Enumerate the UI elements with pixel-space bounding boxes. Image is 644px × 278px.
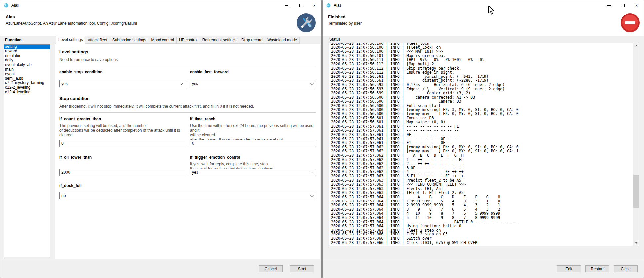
tab[interactable]: HP control — [176, 37, 200, 44]
log-line: 2020-05-28 12:07:57.062 | INFO | A B C D… — [331, 153, 633, 158]
minimize-button[interactable] — [280, 0, 294, 10]
titlebar: Alas × — [323, 0, 644, 10]
restart-button[interactable]: Restart — [585, 265, 609, 272]
scroll-down-button[interactable] — [633, 240, 639, 246]
titlebar: Alas × — [0, 0, 321, 10]
section-subtitle: Need to run once to save options — [59, 57, 316, 62]
function-list-item[interactable]: daily — [4, 58, 50, 63]
chevron-down-icon — [310, 194, 314, 197]
edit-button[interactable]: Edit — [557, 265, 581, 272]
field-label: if_time_reach — [190, 117, 316, 121]
chevron-down-icon — [310, 82, 314, 85]
close-icon: × — [635, 3, 638, 8]
arrow-up-icon — [635, 45, 638, 46]
count-time-row: if_count_greater_than The previous setti… — [59, 117, 316, 147]
level-settings-panel: Level settings Need to run once to save … — [55, 44, 320, 259]
settings-main: Level settingsAttack fleetSubmarine sett… — [55, 36, 320, 259]
function-label: Function — [5, 38, 50, 42]
tab[interactable]: Drop record — [239, 37, 265, 44]
function-list-item[interactable]: c12-2_leveling — [4, 85, 50, 90]
if-trigger-emotion-control-select[interactable]: yes — [190, 169, 316, 176]
close-button[interactable]: × — [307, 0, 321, 10]
if-count-greater-than-input[interactable] — [59, 140, 185, 147]
section-title: Level settings — [59, 49, 316, 54]
log-line: 2020-05-28 12:07:57.061 | INFO | 0E -- -… — [331, 133, 633, 137]
if-oil-lower-than-field: if_oil_lower_than — [59, 155, 185, 176]
oil-emotion-row: if_oil_lower_than if_trigger_emotion_con… — [59, 155, 316, 176]
minimize-icon — [607, 5, 611, 6]
log-line: 2020-05-28 12:07:56.112 | INFO | Ensure … — [331, 70, 633, 75]
config-footer: Cancel Start — [0, 259, 321, 278]
if-oil-lower-than-input[interactable] — [59, 169, 185, 176]
close-button[interactable]: × — [630, 0, 644, 10]
window-controls: × — [280, 0, 321, 10]
start-button[interactable]: Start — [290, 265, 314, 272]
function-list-item[interactable]: emulator — [4, 54, 50, 58]
page-subtitle: AzurLaneAutoScript, An Azur Lane automat… — [6, 21, 137, 26]
function-list-item[interactable]: setting — [4, 45, 50, 49]
status-label: Status — [329, 37, 340, 42]
log-box: 2020-05-28 12:07:56.100 | INFO | fleet_l… — [329, 43, 639, 246]
alas-logo-icon — [326, 3, 331, 8]
tab[interactable]: Level settings — [56, 36, 85, 44]
tab[interactable]: Submarine settings — [110, 37, 149, 44]
divider — [59, 112, 316, 113]
function-list-item[interactable]: event — [4, 72, 50, 77]
function-list-item[interactable]: reward — [4, 49, 50, 54]
field-label: enable_stop_condition — [59, 70, 185, 74]
maximize-button[interactable] — [294, 0, 307, 10]
scrollbar-thumb[interactable] — [633, 175, 639, 208]
log-line: 2020-05-28 12:07:57.066 | INFO | Click (… — [331, 241, 633, 245]
minimize-icon — [285, 5, 288, 6]
log-line: 2020-05-28 12:07:57.066 | INFO | Switch … — [331, 236, 633, 241]
function-list-item[interactable]: c7-2_mystery_farming — [4, 81, 50, 85]
function-list-item[interactable]: main — [4, 67, 50, 72]
field-label: if_dock_full — [59, 183, 316, 188]
tab[interactable]: Retirement settings — [200, 37, 239, 44]
alas-status-window: Alas × Finished Terminated by user Statu… — [322, 0, 644, 278]
field-label: enable_fast_forward — [190, 70, 316, 74]
log-line: 2020-05-28 12:07:57.064 | INFO | 2 9999 … — [331, 203, 633, 207]
log-line: 2020-05-28 12:07:56.600 | INFO | [enemy_… — [331, 112, 633, 116]
function-list-item[interactable]: c12-4_leveling — [4, 90, 50, 95]
close-window-button[interactable]: Close — [614, 265, 638, 272]
tab[interactable]: Wasteland mode — [265, 37, 300, 44]
window-title: Alas — [334, 3, 341, 8]
status-footer: Edit Restart Close — [323, 259, 644, 278]
config-header: Alas AzurLaneAutoScript, An Azur Lane au… — [0, 10, 321, 36]
cancel-button[interactable]: Cancel — [259, 265, 283, 272]
select-value: no — [61, 193, 66, 198]
if-dock-full-select[interactable]: no — [59, 192, 316, 199]
log-line: 2020-05-28 12:07:57.063 | INFO | 5 F1 --… — [331, 174, 633, 178]
log-line: 2020-05-28 12:07:57.064 | INFO | 5 11 10… — [331, 216, 633, 220]
function-sidebar: Function settingrewardemulatordailyevent… — [4, 36, 50, 257]
select-value: yes — [61, 81, 68, 86]
if-time-reach-input[interactable] — [190, 140, 316, 147]
log-line: 2020-05-28 12:07:57.064 | INFO | A B C D… — [331, 195, 633, 199]
log-line: 2020-05-28 12:07:56.600 | INFO | Full sc… — [331, 104, 633, 108]
alas-config-window: Alas × Alas AzurLaneAutoScript, An Azur … — [0, 0, 322, 278]
tab[interactable]: Attack fleet — [85, 37, 110, 44]
minimize-button[interactable] — [602, 0, 616, 10]
log-line: 2020-05-28 12:07:56.112 | INFO | [Map_bu… — [331, 62, 633, 66]
function-list-item[interactable]: semi_auto — [4, 77, 50, 81]
tab[interactable]: Mood control — [149, 37, 177, 44]
enable-fast-forward-select[interactable]: yes — [190, 80, 316, 87]
log-line: 2020-05-28 12:07:56.593 | INFO | 0.175s … — [331, 83, 633, 87]
enable-row: enable_stop_condition yes enable_fast_fo… — [59, 70, 316, 87]
enable-stop-condition-select[interactable]: yes — [59, 80, 185, 87]
status-body: Status 2020-05-28 12:07:56.100 | INFO | … — [323, 36, 644, 259]
window-controls: × — [602, 0, 644, 10]
maximize-button[interactable] — [616, 0, 630, 10]
log-line: 2020-05-28 12:07:57.061 | INFO | F1 -- -… — [331, 141, 633, 145]
scroll-up-button[interactable] — [633, 43, 639, 48]
log-line: 2020-05-28 12:07:57.062 | INFO | 2 -- ++… — [331, 162, 633, 166]
stop-sign-icon — [621, 13, 640, 32]
if-trigger-emotion-control-field: if_trigger_emotion_control If yes, wait … — [190, 155, 316, 176]
stop-condition-desc: After triggering, it will not stop immed… — [59, 104, 316, 108]
tab-bar: Level settingsAttack fleetSubmarine sett… — [55, 36, 320, 44]
log-scrollbar — [633, 43, 639, 246]
field-label: if_trigger_emotion_control — [190, 155, 316, 160]
select-value: yes — [192, 170, 198, 175]
function-list-item[interactable]: event_daily_ab — [4, 63, 50, 67]
